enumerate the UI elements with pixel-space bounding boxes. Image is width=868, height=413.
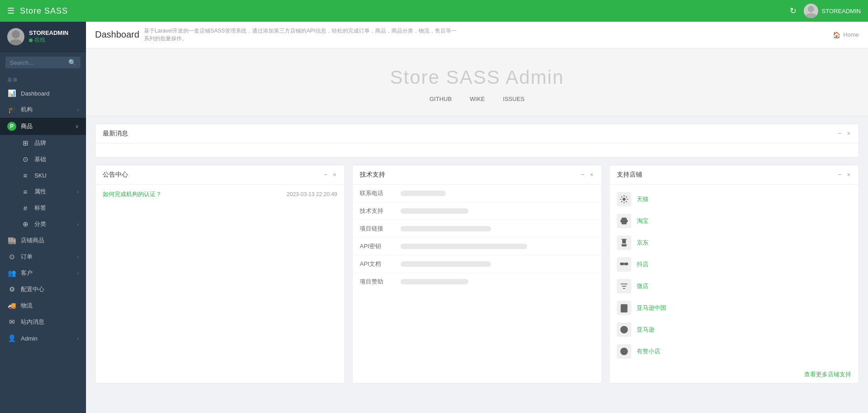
sidebar-item-config[interactable]: ⚙ 配置中心 [0,281,86,298]
dashboard-icon: 📊 [7,89,16,97]
sidebar-item-admin[interactable]: 👤 Admin › [0,330,86,346]
support-value-placeholder [401,244,527,249]
top-header: ☰ Store SASS ↻ STOREADMIN [0,0,868,22]
store-item-taobao[interactable]: 淘宝 [610,210,858,232]
github-link[interactable]: GITHUB [429,96,452,102]
news-controls: − × [837,130,851,137]
support-value-placeholder [401,208,468,214]
list-item: 项目赞助 [353,273,601,290]
category-icon: ⊕ [21,220,30,228]
announcement-close-button[interactable]: × [332,171,337,178]
store-item-jd[interactable]: 京东 [610,232,858,254]
youzan-name: 有赞小店 [637,347,660,355]
sidebar-username: STOREADMIN [29,29,79,36]
list-item: 项目链接 [353,220,601,238]
news-section: 最新消息 − × [95,124,859,158]
header-right: ↻ STOREADMIN [790,4,861,18]
sidebar-item-customer[interactable]: 👥 客户 › [0,265,86,281]
news-min-button[interactable]: − [837,130,843,137]
refresh-icon[interactable]: ↻ [790,6,796,16]
avatar [7,28,24,45]
store-item-amazon-cn[interactable]: 亚马逊中国 [610,297,858,319]
order-icon: ⊙ [7,253,16,261]
tag-icon: # [21,204,30,212]
hamburger-icon[interactable]: ☰ [7,6,14,16]
news-close-button[interactable]: × [846,130,851,137]
chevron-down-icon: ∨ [75,124,79,130]
amazon-cn-name: 亚马逊中国 [637,304,666,312]
user-menu[interactable]: STOREADMIN [804,4,861,18]
weidian-name: 微店 [637,282,649,290]
list-item: API文档 [353,255,601,273]
product-icon: P [7,122,16,131]
app-body: STOREADMIN 在线 🔍 菜单 📊 Dashboard [0,22,868,413]
store-item-weidian[interactable]: 微店 [610,275,858,297]
search-icon: 🔍 [68,59,76,66]
sidebar-status: 在线 [29,36,79,44]
tech-support-min-button[interactable]: − [580,171,586,178]
jd-name: 京东 [637,239,649,247]
sidebar-item-product[interactable]: P 商品 ∨ [0,118,86,135]
config-icon: ⚙ [7,285,16,293]
tianmao-icon [617,192,631,206]
issues-link[interactable]: ISSUES [503,96,525,102]
content-area: 最新消息 − × 公告中心 − × [86,116,868,413]
chevron-right-icon: › [77,336,79,341]
sidebar-item-category[interactable]: ⊕ 分类 › [0,216,86,232]
search-wrap: 🔍 [5,57,81,68]
store-item-tianmao[interactable]: 天猫 [610,188,858,210]
page-subtitle: 基于Laravel开发的一套店铺SASS管理系统，通过添加第三方店铺的API信息… [144,27,461,43]
announcement-date: 2023-03-13 22:20:49 [287,191,337,197]
sidebar-item-message[interactable]: ✉ 站内消息 [0,314,86,330]
sidebar-item-logistics[interactable]: 🚚 物流 [0,298,86,314]
announcement-controls: − × [323,171,337,178]
sidebar-item-basic[interactable]: ⊙ 基础 [0,151,86,168]
store-support-min-button[interactable]: − [837,171,843,178]
svg-point-2 [12,30,20,38]
taobao-icon [617,214,631,228]
sidebar-item-tag[interactable]: # 标签 [0,200,86,216]
search-input[interactable] [10,59,68,66]
tianmao-name: 天猫 [637,195,649,203]
news-body [95,144,858,157]
announcement-card: 公告中心 − × 如何完成机构的认证？ 2023-03-13 22:20:49 [95,165,345,384]
svg-point-1 [806,13,816,18]
announcement-title: 公告中心 [103,171,128,179]
sidebar-search: 🔍 [0,52,86,73]
weidian-icon [617,279,631,293]
sidebar-item-brand[interactable]: ⊞ 品牌 [0,135,86,151]
store-support-close-button[interactable]: × [846,171,851,178]
youzan-icon [617,344,631,359]
sidebar-item-store-product[interactable]: 🏬 店铺商品 [0,232,86,249]
sidebar-user-info: STOREADMIN 在线 [29,29,79,44]
sidebar-item-order[interactable]: ⊙ 订单 › [0,249,86,265]
store-item-amazon[interactable]: 亚马逊 [610,319,858,341]
announcement-link[interactable]: 如何完成机构的认证？ [103,190,162,198]
chevron-right-icon: › [77,270,79,276]
sidebar-item-sku[interactable]: ≡ SKU [0,168,86,183]
store-more-link[interactable]: 查看更多店铺支持 [804,371,851,378]
store-support-card: 支持店铺 − × 天猫 [609,165,859,384]
list-item: 联系电话 [353,185,601,202]
jd-icon [617,235,631,250]
list-item: API密钥 [353,238,601,255]
support-value-placeholder [401,191,446,196]
status-dot [29,38,33,42]
announcement-min-button[interactable]: − [323,171,329,178]
basic-icon: ⊙ [21,155,30,163]
svg-rect-8 [623,239,626,243]
tech-support-header: 技术支持 − × [353,165,601,185]
sidebar-item-attr[interactable]: ≡ 属性 › [0,183,86,200]
store-item-youzan[interactable]: 有赞小店 [610,341,858,362]
sidebar-item-org[interactable]: 🎓 机构 › [0,101,86,118]
douyin-name: 抖店 [637,260,649,269]
store-item-douyin[interactable]: 抖店 [610,254,858,275]
chevron-right-icon: › [77,221,79,227]
home-link[interactable]: Home [843,31,859,38]
store-support-controls: − × [837,171,851,178]
hero-title: Store SASS Admin [86,67,868,88]
tech-support-close-button[interactable]: × [589,171,594,178]
org-icon: 🎓 [7,106,16,114]
wiki-link[interactable]: WIKE [470,96,485,102]
sidebar-item-dashboard[interactable]: 📊 Dashboard [0,85,86,101]
